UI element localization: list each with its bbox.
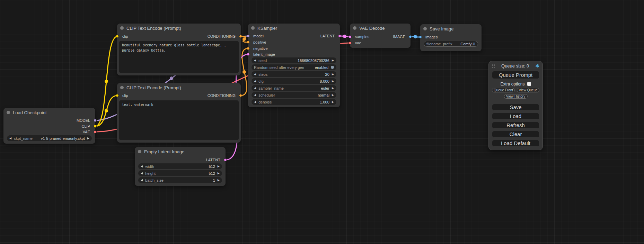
view-history-button[interactable]: View History: [504, 94, 528, 99]
widget-steps[interactable]: ◀ steps 20 ▶: [252, 71, 336, 77]
slot-label: IMAGE: [393, 35, 405, 39]
node-save-image[interactable]: Save Image images filename_prefix ComfyU…: [420, 24, 482, 51]
decrement-arrow-icon[interactable]: ◀: [141, 172, 143, 175]
drag-handle-icon[interactable]: [492, 63, 495, 68]
decrement-arrow-icon[interactable]: ◀: [141, 165, 143, 168]
collapse-dot-icon[interactable]: [353, 26, 356, 30]
refresh-button[interactable]: Refresh: [492, 122, 539, 129]
prompt-textarea[interactable]: text, watermark: [119, 100, 239, 140]
decrement-arrow-icon[interactable]: ◀: [254, 59, 256, 62]
slot-dot[interactable]: [94, 125, 97, 128]
increment-arrow-icon[interactable]: ▶: [332, 87, 334, 90]
output-slot-image: IMAGE: [350, 34, 411, 39]
widget-batch-size[interactable]: ◀ batch_size 1 ▶: [138, 177, 222, 183]
load-default-button[interactable]: Load Default: [492, 140, 539, 147]
node-header[interactable]: VAE Decode: [350, 24, 411, 33]
increment-arrow-icon[interactable]: ▶: [332, 94, 334, 97]
decrement-arrow-icon[interactable]: ◀: [141, 179, 143, 182]
view-queue-button[interactable]: View Queue: [517, 88, 539, 92]
node-vae-decode[interactable]: VAE Decode samples vae IMAGE: [350, 24, 411, 48]
widget-filename-prefix[interactable]: filename_prefix ComfyUI: [424, 41, 478, 47]
node-empty-latent-image[interactable]: Empty Latent Image LATENT ◀ width 512 ▶ …: [135, 147, 226, 186]
slot-dot[interactable]: [247, 53, 250, 56]
node-header[interactable]: CLIP Text Encode (Prompt): [117, 83, 241, 92]
decrement-arrow-icon[interactable]: ◀: [254, 101, 256, 103]
output-slot-model: MODEL: [3, 118, 95, 123]
slot-label: negative: [253, 46, 268, 51]
widget-cfg[interactable]: ◀ cfg 8.000 ▶: [252, 78, 336, 84]
decrement-arrow-icon[interactable]: ◀: [254, 73, 256, 76]
slot-label: CONDITIONING: [208, 93, 236, 98]
slot-label: LATENT: [206, 158, 220, 162]
slot-dot[interactable]: [94, 119, 97, 122]
slot-dot[interactable]: [239, 94, 242, 97]
widget-sampler-name[interactable]: ◀ sampler_name euler ▶: [252, 85, 336, 91]
increment-arrow-icon[interactable]: ▶: [218, 172, 220, 175]
collapse-dot-icon[interactable]: [120, 86, 124, 89]
increment-arrow-icon[interactable]: ▶: [218, 165, 220, 168]
settings-gear-icon[interactable]: ✱: [535, 63, 539, 68]
node-header[interactable]: CLIP Text Encode (Prompt): [117, 24, 241, 33]
decrement-arrow-icon[interactable]: ◀: [254, 94, 256, 97]
node-load-checkpoint[interactable]: Load Checkpoint MODEL CLIP VAE ◀ ckpt_na…: [3, 108, 95, 144]
collapse-dot-icon[interactable]: [251, 26, 255, 30]
prompt-textarea[interactable]: beautiful scenery nature glass bottle la…: [119, 41, 239, 73]
slot-dot[interactable]: [409, 35, 412, 38]
increment-arrow-icon[interactable]: ▶: [332, 101, 334, 103]
widget-denoise[interactable]: ◀ denoise 1.000 ▶: [252, 99, 336, 105]
collapse-dot-icon[interactable]: [423, 27, 427, 30]
slot-dot[interactable]: [239, 35, 242, 38]
increment-arrow-icon[interactable]: ▶: [332, 59, 334, 62]
toggle-dot[interactable]: [331, 66, 334, 69]
increment-arrow-icon[interactable]: ▶: [87, 137, 89, 140]
queue-front-button[interactable]: Queue Front: [492, 88, 515, 92]
load-button[interactable]: Load: [492, 113, 539, 120]
link-midpoint-dot: [105, 80, 108, 83]
slot-dot[interactable]: [224, 159, 227, 162]
collapse-dot-icon[interactable]: [7, 111, 10, 114]
node-header[interactable]: Empty Latent Image: [135, 147, 226, 156]
collapse-dot-icon[interactable]: [138, 150, 141, 153]
widget-label: batch_size: [145, 178, 164, 182]
slot-dot[interactable]: [94, 130, 97, 134]
decrement-arrow-icon[interactable]: ◀: [254, 87, 256, 90]
extra-options-checkbox[interactable]: [527, 82, 531, 86]
slot-label: CLIP: [82, 124, 90, 128]
node-header[interactable]: Save Image: [420, 24, 482, 33]
increment-arrow-icon[interactable]: ▶: [332, 80, 334, 83]
widget-random-seed-toggle[interactable]: Random seed after every gen enabled: [252, 64, 336, 70]
decrement-arrow-icon[interactable]: ◀: [9, 137, 11, 140]
node-clip-text-encode-positive[interactable]: CLIP Text Encode (Prompt) clip CONDITION…: [117, 24, 241, 75]
slot-label: MODEL: [77, 118, 90, 123]
widget-value: 512: [209, 164, 215, 169]
link-midpoint-dot: [170, 76, 173, 80]
slot-dot[interactable]: [349, 42, 352, 45]
node-title: KSampler: [257, 26, 277, 31]
node-clip-text-encode-negative[interactable]: CLIP Text Encode (Prompt) clip CONDITION…: [117, 83, 241, 143]
widget-value: 512: [209, 171, 215, 175]
widget-label: cfg: [258, 79, 264, 83]
increment-arrow-icon[interactable]: ▶: [218, 179, 220, 182]
collapse-dot-icon[interactable]: [120, 26, 124, 30]
save-button[interactable]: Save: [492, 104, 539, 111]
decrement-arrow-icon[interactable]: ◀: [254, 80, 256, 83]
input-slot-positive: positive: [248, 39, 340, 45]
widget-scheduler[interactable]: ◀ scheduler normal ▶: [252, 92, 336, 98]
node-header[interactable]: KSampler: [248, 24, 340, 33]
widget-height[interactable]: ◀ height 512 ▶: [138, 170, 222, 176]
node-title: CLIP Text Encode (Prompt): [126, 26, 181, 31]
slot-dot[interactable]: [247, 41, 250, 44]
slot-dot[interactable]: [419, 36, 422, 39]
queue-prompt-button[interactable]: Queue Prompt: [492, 71, 539, 79]
slot-dot[interactable]: [247, 47, 250, 50]
node-ksampler[interactable]: KSampler model positive negative latent_…: [248, 24, 340, 107]
slot-dot[interactable]: [338, 35, 341, 38]
increment-arrow-icon[interactable]: ▶: [332, 73, 334, 76]
widget-seed[interactable]: ◀ seed 156680208700286 ▶: [252, 57, 336, 63]
widget-width[interactable]: ◀ width 512 ▶: [138, 163, 222, 169]
widget-ckpt-name[interactable]: ◀ ckpt_name v1-5-pruned-emaonly.ckpt ▶: [7, 135, 92, 141]
node-header[interactable]: Load Checkpoint: [3, 108, 95, 117]
node-title: CLIP Text Encode (Prompt): [126, 85, 181, 90]
widget-value: 1: [213, 178, 215, 182]
clear-button[interactable]: Clear: [492, 131, 539, 138]
